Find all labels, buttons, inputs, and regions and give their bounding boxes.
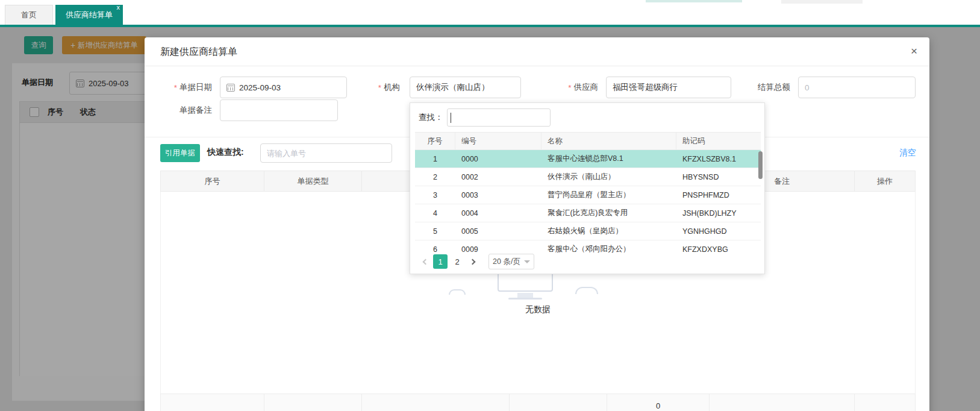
monitor-base: [508, 298, 542, 300]
org-index: 3: [415, 186, 455, 204]
page-number-2[interactable]: 2: [450, 254, 464, 269]
remark-label: 单据备注: [157, 99, 212, 121]
ref-footer-cell: [264, 394, 362, 411]
cloud-icon: [575, 287, 598, 294]
tab-close-icon[interactable]: x: [117, 4, 120, 11]
tab-bar: 首页 供应商结算单 x: [0, 0, 980, 25]
ref-footer-cell: [510, 394, 607, 411]
tab-home-label: 首页: [21, 10, 37, 20]
org-row[interactable]: 20002伙伴演示（南山店）HBYSNSD: [415, 168, 761, 186]
reference-table-footer: 0: [160, 394, 916, 411]
org-name: 聚食汇(比克店)良宏专用: [541, 204, 676, 222]
org-index: 2: [415, 168, 455, 186]
ref-header-cell: 序号: [161, 171, 264, 191]
org-mnemonic: HBYSNSD: [676, 168, 761, 186]
org-row[interactable]: 60009客服中心（邓向阳办公）KFZXDXYBG: [415, 240, 761, 254]
page-size-value: 20 条/页: [493, 257, 520, 267]
org-mnemonic: YGNHGHGD: [676, 222, 761, 240]
modal-title: 新建供应商结算单: [160, 46, 237, 58]
org-code: 0005: [455, 222, 541, 240]
org-dropdown-panel: 查找： 序号编号名称助记码 10000客服中心连锁总部V8.1KFZXLSZBV…: [410, 102, 765, 274]
total-value: 0: [805, 83, 810, 92]
org-code: 0003: [455, 186, 541, 204]
caret-down-icon: [524, 260, 530, 263]
reference-doc-button[interactable]: 引用单据: [160, 144, 200, 162]
required-marker: *: [174, 83, 177, 92]
org-col-header: 编号: [455, 133, 541, 149]
clear-link[interactable]: 清空: [899, 148, 916, 158]
page-size-select[interactable]: 20 条/页: [488, 254, 534, 269]
remark-input[interactable]: [220, 99, 338, 121]
org-mnemonic: KFZXDXYBG: [676, 240, 761, 254]
dropdown-search-label: 查找：: [419, 112, 443, 123]
org-code: 0000: [455, 150, 541, 168]
doc-date-input[interactable]: 2025-09-03: [220, 77, 347, 98]
prev-page-button[interactable]: [419, 254, 432, 269]
org-code: 0009: [455, 240, 541, 254]
total-label: 结算总额: [747, 77, 790, 98]
org-name: 普宁尚品皇府（盟主店）: [541, 186, 676, 204]
doc-date-label-text: 单据日期: [179, 82, 212, 93]
dropdown-search-row: 查找：: [419, 108, 551, 127]
screen: 首页 供应商结算单 x 查询 + 新增供应商结算单 单据日期 2025-09-0…: [0, 0, 980, 411]
pagination: 12 20 条/页: [419, 254, 534, 269]
ref-header-cell: 操作: [855, 171, 915, 191]
total-input: 0: [798, 77, 916, 98]
org-index: 4: [415, 204, 455, 222]
org-index: 5: [415, 222, 455, 240]
ref-footer-cell: [362, 394, 510, 411]
org-row[interactable]: 10000客服中心连锁总部V8.1KFZXLSZBV8.1: [415, 150, 761, 168]
modal-header: 新建供应商结算单 ×: [145, 37, 929, 66]
supplier-label-text: 供应商: [574, 82, 599, 93]
quick-find-input[interactable]: [260, 143, 392, 163]
reference-doc-label: 引用单据: [165, 148, 195, 158]
org-table-rows: 10000客服中心连锁总部V8.1KFZXLSZBV8.120002伙伴演示（南…: [415, 150, 761, 254]
tab-active-label: 供应商结算单: [66, 10, 113, 20]
text-caret: [451, 113, 452, 123]
org-index: 1: [415, 150, 455, 168]
org-table-header: 序号编号名称助记码: [415, 132, 761, 150]
org-col-header: 序号: [415, 133, 455, 149]
org-row[interactable]: 30003普宁尚品皇府（盟主店）PNSPHFMZD: [415, 186, 761, 204]
org-mnemonic: PNSPHFMZD: [676, 186, 761, 204]
org-value: 伙伴演示（南山店）: [416, 82, 490, 93]
org-col-header: 名称: [541, 133, 676, 149]
header-remnant: [646, 0, 742, 2]
ref-footer-cell: [710, 394, 855, 411]
org-select[interactable]: 伙伴演示（南山店）: [410, 77, 521, 98]
next-page-button[interactable]: [466, 254, 479, 269]
org-row[interactable]: 50005右姑娘火锅（皇岗店）YGNHGHGD: [415, 222, 761, 240]
remark-label-text: 单据备注: [179, 105, 212, 116]
page-number-1[interactable]: 1: [433, 254, 448, 269]
empty-text: 无数据: [161, 304, 915, 315]
quick-find-label: 快速查找:: [207, 147, 244, 158]
ref-footer-cell: [161, 394, 264, 411]
doc-date-value: 2025-09-03: [239, 83, 281, 92]
org-col-header: 助记码: [676, 133, 761, 149]
supplier-select[interactable]: 福田强哥超级商行: [606, 77, 731, 98]
org-row[interactable]: 40004聚食汇(比克店)良宏专用JSH(BKD)LHZY: [415, 204, 761, 222]
tab-home[interactable]: 首页: [5, 5, 53, 25]
org-table: 序号编号名称助记码 10000客服中心连锁总部V8.1KFZXLSZBV8.12…: [415, 132, 761, 254]
scrollbar-thumb[interactable]: [758, 151, 763, 179]
org-mnemonic: KFZXLSZBV8.1: [676, 150, 761, 168]
tab-supplier-settlement[interactable]: 供应商结算单 x: [55, 5, 123, 25]
monitor-stand: [517, 293, 533, 298]
supplier-label: * 供应商: [541, 77, 598, 98]
org-label: * 机构: [357, 77, 400, 98]
modal-close-icon[interactable]: ×: [911, 45, 917, 57]
required-marker: *: [378, 83, 381, 92]
ref-footer-cell: [855, 394, 915, 411]
org-mnemonic: JSH(BKD)LHZY: [676, 204, 761, 222]
org-name: 右姑娘火锅（皇岗店）: [541, 222, 676, 240]
cloud-icon: [449, 289, 466, 295]
org-name: 伙伴演示（南山店）: [541, 168, 676, 186]
doc-date-label: * 单据日期: [157, 77, 212, 98]
org-code: 0004: [455, 204, 541, 222]
org-name: 客服中心连锁总部V8.1: [541, 150, 676, 168]
chevron-right-icon: [469, 259, 475, 265]
org-name: 客服中心（邓向阳办公）: [541, 240, 676, 254]
supplier-value: 福田强哥超级商行: [613, 82, 678, 93]
required-marker: *: [568, 83, 571, 92]
dropdown-search-input[interactable]: [447, 108, 551, 127]
